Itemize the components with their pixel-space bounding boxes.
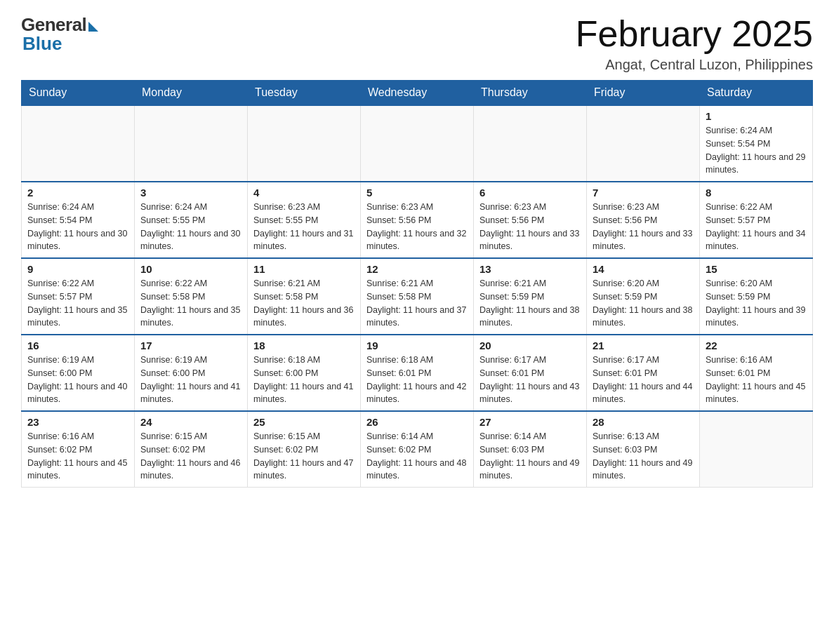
day-number: 25 <box>253 416 355 428</box>
calendar-cell <box>248 105 361 182</box>
calendar-cell: 3Sunrise: 6:24 AMSunset: 5:55 PMDaylight… <box>135 182 248 258</box>
day-info: Sunrise: 6:20 AMSunset: 5:59 PMDaylight:… <box>593 277 694 330</box>
day-info: Sunrise: 6:15 AMSunset: 6:02 PMDaylight:… <box>253 430 355 483</box>
day-info: Sunrise: 6:22 AMSunset: 5:57 PMDaylight:… <box>706 201 807 253</box>
page-header: General Blue February 2025 Angat, Centra… <box>21 14 813 73</box>
calendar-day-header: Tuesday <box>248 81 361 106</box>
day-info: Sunrise: 6:16 AMSunset: 6:01 PMDaylight:… <box>706 354 807 406</box>
calendar-cell: 18Sunrise: 6:18 AMSunset: 6:00 PMDayligh… <box>248 335 361 411</box>
day-info: Sunrise: 6:21 AMSunset: 5:58 PMDaylight:… <box>253 277 355 330</box>
calendar-cell: 24Sunrise: 6:15 AMSunset: 6:02 PMDayligh… <box>135 411 248 488</box>
day-info: Sunrise: 6:19 AMSunset: 6:00 PMDaylight:… <box>27 354 128 406</box>
calendar-cell <box>135 105 248 182</box>
calendar-week-row: 9Sunrise: 6:22 AMSunset: 5:57 PMDaylight… <box>22 258 813 335</box>
calendar-cell <box>22 105 135 182</box>
logo: General Blue <box>21 14 98 55</box>
day-number: 21 <box>593 340 694 351</box>
calendar-cell: 14Sunrise: 6:20 AMSunset: 5:59 PMDayligh… <box>587 258 700 335</box>
logo-blue-text: Blue <box>22 33 62 55</box>
day-info: Sunrise: 6:17 AMSunset: 6:01 PMDaylight:… <box>479 354 581 406</box>
day-info: Sunrise: 6:21 AMSunset: 5:58 PMDaylight:… <box>366 277 468 330</box>
location-text: Angat, Central Luzon, Philippines <box>576 57 813 73</box>
day-info: Sunrise: 6:14 AMSunset: 6:03 PMDaylight:… <box>479 430 581 483</box>
month-title: February 2025 <box>576 14 813 54</box>
calendar-day-header: Sunday <box>22 81 135 106</box>
calendar-cell: 13Sunrise: 6:21 AMSunset: 5:59 PMDayligh… <box>474 258 587 335</box>
day-number: 23 <box>27 416 128 428</box>
day-number: 15 <box>706 263 807 275</box>
calendar-cell: 22Sunrise: 6:16 AMSunset: 6:01 PMDayligh… <box>700 335 813 411</box>
calendar-cell: 7Sunrise: 6:23 AMSunset: 5:56 PMDaylight… <box>587 182 700 258</box>
calendar-cell: 20Sunrise: 6:17 AMSunset: 6:01 PMDayligh… <box>474 335 587 411</box>
calendar-cell: 23Sunrise: 6:16 AMSunset: 6:02 PMDayligh… <box>22 411 135 488</box>
day-info: Sunrise: 6:18 AMSunset: 6:00 PMDaylight:… <box>253 354 355 406</box>
day-info: Sunrise: 6:16 AMSunset: 6:02 PMDaylight:… <box>27 430 128 483</box>
day-info: Sunrise: 6:23 AMSunset: 5:56 PMDaylight:… <box>366 201 468 253</box>
day-info: Sunrise: 6:13 AMSunset: 6:03 PMDaylight:… <box>593 430 694 483</box>
day-info: Sunrise: 6:15 AMSunset: 6:02 PMDaylight:… <box>140 430 241 483</box>
day-number: 18 <box>253 340 355 351</box>
calendar-cell: 8Sunrise: 6:22 AMSunset: 5:57 PMDaylight… <box>700 182 813 258</box>
calendar-cell: 6Sunrise: 6:23 AMSunset: 5:56 PMDaylight… <box>474 182 587 258</box>
calendar-cell: 10Sunrise: 6:22 AMSunset: 5:58 PMDayligh… <box>135 258 248 335</box>
day-number: 1 <box>706 110 807 122</box>
day-number: 26 <box>366 416 468 428</box>
day-number: 14 <box>593 263 694 275</box>
day-info: Sunrise: 6:17 AMSunset: 6:01 PMDaylight:… <box>593 354 694 406</box>
calendar-day-header: Wednesday <box>361 81 474 106</box>
day-number: 20 <box>479 340 581 351</box>
day-info: Sunrise: 6:24 AMSunset: 5:54 PMDaylight:… <box>27 201 128 253</box>
day-info: Sunrise: 6:18 AMSunset: 6:01 PMDaylight:… <box>366 354 468 406</box>
day-number: 8 <box>706 187 807 199</box>
day-number: 2 <box>27 187 128 199</box>
day-info: Sunrise: 6:23 AMSunset: 5:56 PMDaylight:… <box>593 201 694 253</box>
calendar-day-header: Thursday <box>474 81 587 106</box>
day-number: 4 <box>253 187 355 199</box>
calendar-cell: 12Sunrise: 6:21 AMSunset: 5:58 PMDayligh… <box>361 258 474 335</box>
day-number: 13 <box>479 263 581 275</box>
day-number: 27 <box>479 416 581 428</box>
calendar-cell: 15Sunrise: 6:20 AMSunset: 5:59 PMDayligh… <box>700 258 813 335</box>
calendar-table: SundayMondayTuesdayWednesdayThursdayFrid… <box>21 80 813 488</box>
day-number: 17 <box>140 340 241 351</box>
day-info: Sunrise: 6:22 AMSunset: 5:58 PMDaylight:… <box>140 277 241 330</box>
calendar-cell: 1Sunrise: 6:24 AMSunset: 5:54 PMDaylight… <box>700 105 813 182</box>
day-info: Sunrise: 6:23 AMSunset: 5:55 PMDaylight:… <box>253 201 355 253</box>
calendar-cell: 5Sunrise: 6:23 AMSunset: 5:56 PMDaylight… <box>361 182 474 258</box>
day-number: 6 <box>479 187 581 199</box>
day-number: 24 <box>140 416 241 428</box>
calendar-week-row: 23Sunrise: 6:16 AMSunset: 6:02 PMDayligh… <box>22 411 813 488</box>
day-number: 22 <box>706 340 807 351</box>
day-info: Sunrise: 6:24 AMSunset: 5:55 PMDaylight:… <box>140 201 241 253</box>
calendar-cell: 28Sunrise: 6:13 AMSunset: 6:03 PMDayligh… <box>587 411 700 488</box>
day-info: Sunrise: 6:20 AMSunset: 5:59 PMDaylight:… <box>706 277 807 330</box>
calendar-cell <box>474 105 587 182</box>
calendar-week-row: 2Sunrise: 6:24 AMSunset: 5:54 PMDaylight… <box>22 182 813 258</box>
calendar-cell: 2Sunrise: 6:24 AMSunset: 5:54 PMDaylight… <box>22 182 135 258</box>
day-number: 11 <box>253 263 355 275</box>
calendar-day-header: Friday <box>587 81 700 106</box>
day-info: Sunrise: 6:19 AMSunset: 6:00 PMDaylight:… <box>140 354 241 406</box>
title-section: February 2025 Angat, Central Luzon, Phil… <box>576 14 813 73</box>
day-info: Sunrise: 6:21 AMSunset: 5:59 PMDaylight:… <box>479 277 581 330</box>
day-info: Sunrise: 6:24 AMSunset: 5:54 PMDaylight:… <box>706 124 807 177</box>
day-info: Sunrise: 6:22 AMSunset: 5:57 PMDaylight:… <box>27 277 128 330</box>
logo-arrow-icon <box>88 22 98 32</box>
calendar-cell: 16Sunrise: 6:19 AMSunset: 6:00 PMDayligh… <box>22 335 135 411</box>
day-number: 12 <box>366 263 468 275</box>
calendar-cell: 25Sunrise: 6:15 AMSunset: 6:02 PMDayligh… <box>248 411 361 488</box>
calendar-cell: 17Sunrise: 6:19 AMSunset: 6:00 PMDayligh… <box>135 335 248 411</box>
calendar-week-row: 1Sunrise: 6:24 AMSunset: 5:54 PMDaylight… <box>22 105 813 182</box>
calendar-cell: 19Sunrise: 6:18 AMSunset: 6:01 PMDayligh… <box>361 335 474 411</box>
day-number: 7 <box>593 187 694 199</box>
calendar-cell <box>700 411 813 488</box>
calendar-header-row: SundayMondayTuesdayWednesdayThursdayFrid… <box>22 81 813 106</box>
day-number: 19 <box>366 340 468 351</box>
day-number: 28 <box>593 416 694 428</box>
calendar-cell <box>587 105 700 182</box>
day-info: Sunrise: 6:14 AMSunset: 6:02 PMDaylight:… <box>366 430 468 483</box>
day-number: 3 <box>140 187 241 199</box>
day-number: 9 <box>27 263 128 275</box>
calendar-day-header: Saturday <box>700 81 813 106</box>
day-number: 5 <box>366 187 468 199</box>
